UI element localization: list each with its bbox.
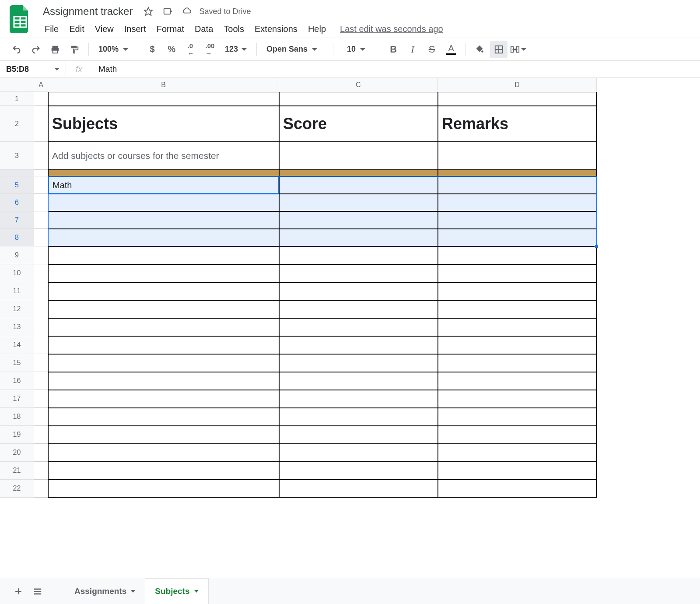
cell-b19[interactable] [48, 426, 279, 444]
cell-a5[interactable] [34, 176, 48, 194]
menu-format[interactable]: Format [151, 21, 189, 37]
cell-c4[interactable] [279, 170, 438, 176]
undo-button[interactable] [8, 41, 25, 58]
cell-b12[interactable] [48, 300, 279, 318]
row-header-10[interactable]: 10 [0, 264, 34, 282]
cell-a3[interactable] [34, 142, 48, 170]
row-header-4[interactable] [0, 170, 34, 176]
cell-a1[interactable] [34, 92, 48, 106]
cell-d19[interactable] [438, 426, 597, 444]
row-header-19[interactable]: 19 [0, 426, 34, 444]
cell-b2[interactable]: Subjects [48, 106, 279, 142]
cell-b14[interactable] [48, 336, 279, 354]
cell-a20[interactable] [34, 444, 48, 462]
cell-d22[interactable] [438, 480, 597, 498]
cell-c15[interactable] [279, 354, 438, 372]
cell-b17[interactable] [48, 390, 279, 408]
cell-a18[interactable] [34, 408, 48, 426]
row-header-14[interactable]: 14 [0, 336, 34, 354]
row-header-5[interactable]: 5 [0, 176, 34, 194]
menu-edit[interactable]: Edit [64, 21, 89, 37]
row-header-11[interactable]: 11 [0, 282, 34, 300]
italic-button[interactable]: I [404, 41, 421, 58]
formula-input[interactable]: Math [92, 64, 700, 74]
cell-c21[interactable] [279, 462, 438, 480]
cell-d7[interactable] [438, 211, 597, 229]
cell-c17[interactable] [279, 390, 438, 408]
add-sheet-button[interactable]: + [9, 582, 28, 601]
row-header-7[interactable]: 7 [0, 211, 34, 229]
cell-d15[interactable] [438, 354, 597, 372]
menu-insert[interactable]: Insert [119, 21, 151, 37]
cell-a14[interactable] [34, 336, 48, 354]
cell-d21[interactable] [438, 462, 597, 480]
cell-c19[interactable] [279, 426, 438, 444]
menu-tools[interactable]: Tools [218, 21, 249, 37]
cell-c10[interactable] [279, 264, 438, 282]
cell-c18[interactable] [279, 408, 438, 426]
cell-d3[interactable] [438, 142, 597, 170]
cell-b10[interactable] [48, 264, 279, 282]
cell-c3[interactable] [279, 142, 438, 170]
cell-c13[interactable] [279, 318, 438, 336]
cell-d11[interactable] [438, 282, 597, 300]
cell-b7[interactable] [48, 211, 279, 229]
number-format-dropdown[interactable]: 123 [220, 45, 251, 54]
cell-d6[interactable] [438, 194, 597, 211]
cell-d4[interactable] [438, 170, 597, 176]
cell-b6[interactable] [48, 194, 279, 211]
cell-a2[interactable] [34, 106, 48, 142]
cell-b16[interactable] [48, 372, 279, 390]
cell-c12[interactable] [279, 300, 438, 318]
cell-b13[interactable] [48, 318, 279, 336]
document-title[interactable]: Assignment tracker [39, 4, 136, 18]
cell-c2[interactable]: Score [279, 106, 438, 142]
font-size-dropdown[interactable]: 10 [339, 45, 374, 54]
cell-d9[interactable] [438, 246, 597, 264]
col-header-a[interactable]: A [34, 78, 48, 92]
text-color-button[interactable]: A [442, 41, 460, 58]
cell-a6[interactable] [34, 194, 48, 211]
cell-b3[interactable]: Add subjects or courses for the semester [48, 142, 279, 170]
cell-d5[interactable] [438, 176, 597, 194]
star-icon[interactable] [140, 4, 156, 19]
cell-d17[interactable] [438, 390, 597, 408]
cell-a10[interactable] [34, 264, 48, 282]
row-header-20[interactable]: 20 [0, 444, 34, 462]
name-box[interactable]: B5:D8 [0, 65, 66, 74]
row-header-8[interactable]: 8 [0, 229, 34, 246]
cell-b5-active[interactable]: Math [48, 176, 279, 194]
move-icon[interactable] [160, 4, 175, 19]
menu-help[interactable]: Help [303, 21, 331, 37]
cloud-icon[interactable] [179, 4, 195, 19]
row-header-12[interactable]: 12 [0, 300, 34, 318]
cell-a19[interactable] [34, 426, 48, 444]
cell-a8[interactable] [34, 229, 48, 246]
cell-a12[interactable] [34, 300, 48, 318]
row-header-22[interactable]: 22 [0, 480, 34, 498]
menu-data[interactable]: Data [189, 21, 218, 37]
currency-button[interactable]: $ [144, 41, 161, 58]
sheets-logo-icon[interactable] [8, 4, 32, 35]
spreadsheet-grid[interactable]: A B C D 1 2 Subjects Score Remarks 3 Add… [0, 78, 700, 542]
print-button[interactable] [46, 41, 64, 58]
cell-a16[interactable] [34, 372, 48, 390]
cell-b4[interactable] [48, 170, 279, 176]
cell-d18[interactable] [438, 408, 597, 426]
row-header-21[interactable]: 21 [0, 462, 34, 480]
cell-a17[interactable] [34, 390, 48, 408]
fill-color-button[interactable] [471, 41, 488, 58]
cell-a13[interactable] [34, 318, 48, 336]
cell-c1[interactable] [279, 92, 438, 106]
cell-c16[interactable] [279, 372, 438, 390]
menu-file[interactable]: File [39, 21, 64, 37]
cell-c9[interactable] [279, 246, 438, 264]
col-header-b[interactable]: B [48, 78, 279, 92]
cell-d13[interactable] [438, 318, 597, 336]
cell-d1[interactable] [438, 92, 597, 106]
cell-c11[interactable] [279, 282, 438, 300]
col-header-c[interactable]: C [279, 78, 438, 92]
selection-handle[interactable] [595, 244, 598, 248]
cell-c7[interactable] [279, 211, 438, 229]
cell-a4[interactable] [34, 170, 48, 176]
